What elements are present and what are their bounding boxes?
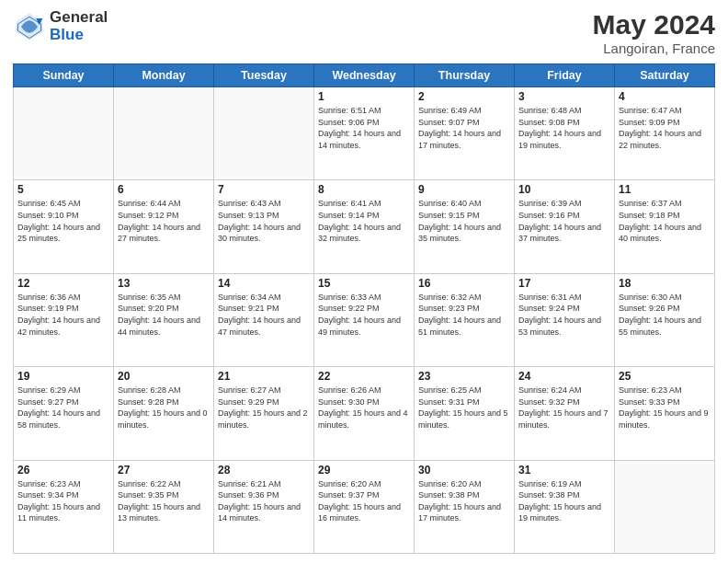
calendar-cell: 21Sunrise: 6:27 AMSunset: 9:29 PMDayligh… [214, 367, 314, 460]
calendar-cell: 18Sunrise: 6:30 AMSunset: 9:26 PMDayligh… [615, 273, 715, 366]
cell-info: Sunrise: 6:40 AMSunset: 9:15 PMDaylight:… [418, 198, 510, 244]
cell-info: Sunrise: 6:44 AMSunset: 9:12 PMDaylight:… [118, 198, 210, 244]
day-number: 5 [17, 183, 109, 196]
day-number: 22 [318, 370, 410, 383]
cell-info: Sunrise: 6:48 AMSunset: 9:08 PMDaylight:… [518, 105, 610, 151]
cell-info: Sunrise: 6:28 AMSunset: 9:28 PMDaylight:… [118, 385, 210, 431]
day-number: 1 [318, 90, 410, 103]
day-number: 15 [318, 277, 410, 290]
day-number: 10 [518, 183, 610, 196]
day-number: 14 [218, 277, 310, 290]
calendar-cell [114, 87, 214, 180]
cell-info: Sunrise: 6:43 AMSunset: 9:13 PMDaylight:… [218, 198, 310, 244]
calendar-cell: 27Sunrise: 6:22 AMSunset: 9:35 PMDayligh… [114, 460, 214, 553]
calendar-cell: 5Sunrise: 6:45 AMSunset: 9:10 PMDaylight… [14, 180, 114, 273]
day-number: 3 [518, 90, 610, 103]
day-number: 12 [17, 277, 109, 290]
day-number: 20 [118, 370, 210, 383]
cell-info: Sunrise: 6:21 AMSunset: 9:36 PMDaylight:… [218, 478, 310, 524]
calendar-cell [615, 460, 715, 553]
day-number: 17 [518, 277, 610, 290]
subtitle: Langoiran, France [593, 40, 715, 56]
day-number: 19 [17, 370, 109, 383]
calendar-cell: 9Sunrise: 6:40 AMSunset: 9:15 PMDaylight… [415, 180, 515, 273]
calendar-cell: 19Sunrise: 6:29 AMSunset: 9:27 PMDayligh… [14, 367, 114, 460]
cell-info: Sunrise: 6:29 AMSunset: 9:27 PMDaylight:… [17, 385, 109, 431]
calendar-cell: 15Sunrise: 6:33 AMSunset: 9:22 PMDayligh… [314, 273, 415, 366]
calendar-header-saturday: Saturday [615, 64, 715, 87]
day-number: 21 [218, 370, 310, 383]
logo-text: General Blue [50, 9, 108, 43]
calendar-cell: 26Sunrise: 6:23 AMSunset: 9:34 PMDayligh… [14, 460, 114, 553]
calendar-week-1: 1Sunrise: 6:51 AMSunset: 9:06 PMDaylight… [14, 87, 715, 180]
cell-info: Sunrise: 6:32 AMSunset: 9:23 PMDaylight:… [418, 292, 510, 338]
calendar-cell: 17Sunrise: 6:31 AMSunset: 9:24 PMDayligh… [515, 273, 615, 366]
day-number: 30 [418, 464, 510, 477]
calendar-cell [214, 87, 314, 180]
cell-info: Sunrise: 6:27 AMSunset: 9:29 PMDaylight:… [218, 385, 310, 431]
calendar-header-sunday: Sunday [14, 64, 114, 87]
cell-info: Sunrise: 6:39 AMSunset: 9:16 PMDaylight:… [518, 198, 610, 244]
day-number: 23 [418, 370, 510, 383]
day-number: 26 [17, 464, 109, 477]
calendar-week-3: 12Sunrise: 6:36 AMSunset: 9:19 PMDayligh… [14, 273, 715, 366]
cell-info: Sunrise: 6:35 AMSunset: 9:20 PMDaylight:… [118, 292, 210, 338]
calendar-cell: 12Sunrise: 6:36 AMSunset: 9:19 PMDayligh… [14, 273, 114, 366]
calendar-table: SundayMondayTuesdayWednesdayThursdayFrid… [13, 63, 715, 554]
calendar-header-friday: Friday [515, 64, 615, 87]
calendar-cell: 4Sunrise: 6:47 AMSunset: 9:09 PMDaylight… [615, 87, 715, 180]
calendar-cell: 31Sunrise: 6:19 AMSunset: 9:38 PMDayligh… [515, 460, 615, 553]
cell-info: Sunrise: 6:33 AMSunset: 9:22 PMDaylight:… [318, 292, 410, 338]
calendar-cell: 22Sunrise: 6:26 AMSunset: 9:30 PMDayligh… [314, 367, 415, 460]
cell-info: Sunrise: 6:31 AMSunset: 9:24 PMDaylight:… [518, 292, 610, 338]
day-number: 18 [619, 277, 711, 290]
calendar-cell: 28Sunrise: 6:21 AMSunset: 9:36 PMDayligh… [214, 460, 314, 553]
header: General Blue May 2024 Langoiran, France [13, 9, 715, 56]
calendar-cell: 11Sunrise: 6:37 AMSunset: 9:18 PMDayligh… [615, 180, 715, 273]
cell-info: Sunrise: 6:24 AMSunset: 9:32 PMDaylight:… [518, 385, 610, 431]
cell-info: Sunrise: 6:45 AMSunset: 9:10 PMDaylight:… [17, 198, 109, 244]
cell-info: Sunrise: 6:26 AMSunset: 9:30 PMDaylight:… [318, 385, 410, 431]
day-number: 6 [118, 183, 210, 196]
calendar-cell: 24Sunrise: 6:24 AMSunset: 9:32 PMDayligh… [515, 367, 615, 460]
cell-info: Sunrise: 6:49 AMSunset: 9:07 PMDaylight:… [418, 105, 510, 151]
day-number: 27 [118, 464, 210, 477]
day-number: 8 [318, 183, 410, 196]
cell-info: Sunrise: 6:30 AMSunset: 9:26 PMDaylight:… [619, 292, 711, 338]
day-number: 11 [619, 183, 711, 196]
calendar-header-thursday: Thursday [415, 64, 515, 87]
calendar-cell: 8Sunrise: 6:41 AMSunset: 9:14 PMDaylight… [314, 180, 415, 273]
cell-info: Sunrise: 6:20 AMSunset: 9:38 PMDaylight:… [418, 478, 510, 524]
cell-info: Sunrise: 6:23 AMSunset: 9:33 PMDaylight:… [619, 385, 711, 431]
calendar-cell: 20Sunrise: 6:28 AMSunset: 9:28 PMDayligh… [114, 367, 214, 460]
calendar-week-4: 19Sunrise: 6:29 AMSunset: 9:27 PMDayligh… [14, 367, 715, 460]
calendar-cell: 7Sunrise: 6:43 AMSunset: 9:13 PMDaylight… [214, 180, 314, 273]
calendar-cell: 14Sunrise: 6:34 AMSunset: 9:21 PMDayligh… [214, 273, 314, 366]
logo-blue-text: Blue [50, 27, 108, 44]
cell-info: Sunrise: 6:20 AMSunset: 9:37 PMDaylight:… [318, 478, 410, 524]
day-number: 2 [418, 90, 510, 103]
calendar-header-row: SundayMondayTuesdayWednesdayThursdayFrid… [14, 64, 715, 87]
day-number: 29 [318, 464, 410, 477]
calendar-header-wednesday: Wednesday [314, 64, 415, 87]
day-number: 13 [118, 277, 210, 290]
calendar-cell: 13Sunrise: 6:35 AMSunset: 9:20 PMDayligh… [114, 273, 214, 366]
cell-info: Sunrise: 6:47 AMSunset: 9:09 PMDaylight:… [619, 105, 711, 151]
main-title: May 2024 [593, 9, 715, 40]
cell-info: Sunrise: 6:25 AMSunset: 9:31 PMDaylight:… [418, 385, 510, 431]
day-number: 31 [518, 464, 610, 477]
logo: General Blue [13, 9, 108, 43]
cell-info: Sunrise: 6:36 AMSunset: 9:19 PMDaylight:… [17, 292, 109, 338]
cell-info: Sunrise: 6:22 AMSunset: 9:35 PMDaylight:… [118, 478, 210, 524]
calendar-cell: 6Sunrise: 6:44 AMSunset: 9:12 PMDaylight… [114, 180, 214, 273]
calendar-header-tuesday: Tuesday [214, 64, 314, 87]
day-number: 7 [218, 183, 310, 196]
cell-info: Sunrise: 6:34 AMSunset: 9:21 PMDaylight:… [218, 292, 310, 338]
calendar-cell: 2Sunrise: 6:49 AMSunset: 9:07 PMDaylight… [415, 87, 515, 180]
title-block: May 2024 Langoiran, France [593, 9, 715, 56]
day-number: 9 [418, 183, 510, 196]
calendar-week-2: 5Sunrise: 6:45 AMSunset: 9:10 PMDaylight… [14, 180, 715, 273]
calendar-cell: 29Sunrise: 6:20 AMSunset: 9:37 PMDayligh… [314, 460, 415, 553]
cell-info: Sunrise: 6:41 AMSunset: 9:14 PMDaylight:… [318, 198, 410, 244]
calendar-cell: 16Sunrise: 6:32 AMSunset: 9:23 PMDayligh… [415, 273, 515, 366]
